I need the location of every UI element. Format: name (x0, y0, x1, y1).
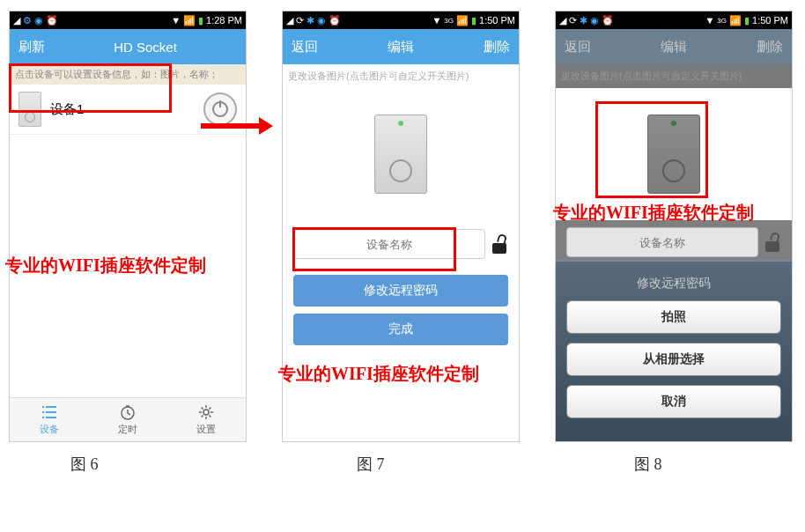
network-icon: 3G (717, 17, 727, 25)
tab-settings[interactable]: 设置 (167, 398, 246, 441)
bluetooth-icon: ✱ (306, 15, 314, 26)
hint-text: 更改设备图片(点击图片可自定义开关图片) (283, 64, 519, 88)
signal-strength-icon: 📶 (456, 15, 469, 26)
action-sheet: 修改远程密码 拍照 从相册选择 取消 (556, 260, 792, 441)
app-icon: ◉ (34, 15, 43, 26)
refresh-button[interactable]: 刷新 (18, 39, 45, 55)
clock-text: 1:50 PM (752, 15, 788, 26)
unlock-icon[interactable] (492, 234, 508, 254)
back-button[interactable]: 返回 (292, 39, 318, 55)
app-title: HD Socket (114, 40, 177, 55)
unlock-icon (765, 233, 781, 252)
watermark-2: 专业的WIFI插座软件定制 (278, 362, 479, 386)
delete-button[interactable]: 删除 (484, 39, 510, 55)
tab-devices[interactable]: 设备 (10, 398, 88, 441)
wifi-icon: ▼ (171, 15, 181, 26)
power-button[interactable] (203, 92, 237, 126)
done-button[interactable]: 完成 (293, 314, 508, 345)
status-bar: ◢ ⟳ ✱ ◉ ⏰ ▼ 3G 📶 ▮ 1:50 PM (556, 11, 792, 29)
phone-screen-1: ◢ ⚙ ◉ ⏰ ▼ 📶 ▮ 1:28 PM 刷新 HD Socket 点击设备可… (9, 11, 247, 442)
signal-icon: ◢ (286, 15, 293, 26)
clock-icon (119, 403, 137, 421)
caption-7: 图 7 (357, 454, 385, 475)
list-icon (41, 403, 58, 421)
top-bar: 刷新 HD Socket (10, 29, 246, 64)
clock-text: 1:28 PM (206, 15, 242, 26)
wifi-icon: ▼ (705, 15, 714, 26)
delete-button: 删除 (757, 39, 783, 55)
top-bar: 返回 编辑 删除 (556, 29, 792, 64)
sheet-title: 修改远程密码 (566, 276, 781, 292)
alarm-icon: ⏰ (329, 15, 341, 26)
hint-text: 点击设备可以设置设备信息，如：图片，名称； (10, 64, 246, 85)
alarm-icon: ⏰ (46, 15, 58, 26)
network-icon: 3G (444, 17, 454, 25)
arrow-icon (201, 123, 261, 129)
back-button: 返回 (565, 39, 591, 55)
page-title: 编辑 (388, 39, 414, 55)
power-icon (212, 101, 228, 117)
clock-text: 1:50 PM (479, 15, 515, 26)
device-name: 设备1 (50, 101, 84, 118)
edit-password-button[interactable]: 修改远程密码 (293, 275, 508, 307)
battery-icon: ▮ (198, 15, 203, 26)
battery-icon: ▮ (744, 15, 750, 26)
bluetooth-icon: ✱ (580, 15, 587, 26)
signal-strength-icon: 📶 (729, 15, 742, 26)
app-icon: ◉ (590, 15, 599, 26)
gear-icon (197, 403, 215, 421)
device-name-input[interactable] (293, 229, 485, 259)
battery-icon: ▮ (471, 15, 476, 26)
device-name-input (566, 227, 758, 257)
hint-text: 更改设备图片(点击图片可自定义开关图片) (556, 64, 792, 88)
phone-screen-3: ◢ ⟳ ✱ ◉ ⏰ ▼ 3G 📶 ▮ 1:50 PM 返回 编辑 删除 更改设备… (555, 11, 793, 442)
cancel-button[interactable]: 取消 (566, 385, 781, 418)
watermark-1: 专业的WIFI插座软件定制 (5, 254, 206, 277)
page-title: 编辑 (661, 39, 687, 55)
device-image[interactable] (374, 115, 427, 194)
device-thumbnail (18, 92, 41, 127)
alarm-icon: ⏰ (602, 15, 614, 26)
wifi-icon: ▼ (432, 15, 441, 26)
tab-timer[interactable]: 定时 (88, 398, 166, 441)
signal-icon: ◢ (13, 15, 20, 26)
sync-icon: ⟳ (569, 15, 577, 26)
signal-icon: ◢ (559, 15, 566, 26)
album-button[interactable]: 从相册选择 (566, 343, 781, 376)
status-bar: ◢ ⟳ ✱ ◉ ⏰ ▼ 3G 📶 ▮ 1:50 PM (283, 11, 519, 29)
device-image (647, 115, 700, 194)
camera-button[interactable]: 拍照 (566, 300, 781, 334)
status-bar: ◢ ⚙ ◉ ⏰ ▼ 📶 ▮ 1:28 PM (10, 11, 246, 29)
watermark-3: 专业的WIFI插座软件定制 (553, 201, 754, 225)
bluetooth-icon: ⚙ (23, 15, 32, 26)
caption-6: 图 6 (70, 454, 99, 475)
top-bar: 返回 编辑 删除 (283, 29, 519, 64)
bottom-tabs: 设备 定时 设置 (10, 397, 246, 441)
sync-icon: ⟳ (296, 15, 304, 26)
app-icon: ◉ (317, 15, 326, 26)
caption-8: 图 8 (634, 454, 662, 475)
signal-strength-icon: 📶 (183, 15, 196, 26)
svg-point-1 (203, 410, 209, 415)
